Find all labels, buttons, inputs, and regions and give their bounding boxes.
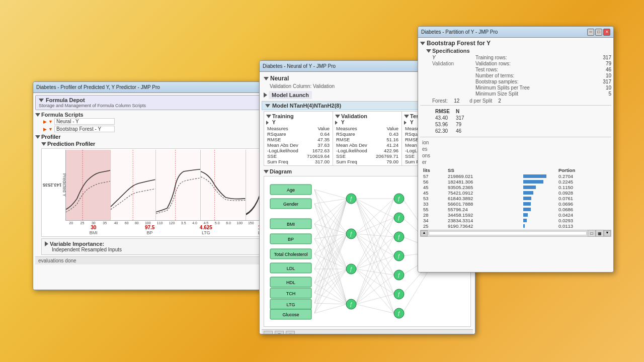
- bmi-ticks: 2025303540: [65, 220, 122, 225]
- bootstrap-toggle-icon[interactable]: [420, 42, 425, 45]
- min-splits-label: Minimum Splits per Tree: [475, 85, 530, 90]
- svg-text:ƒ: ƒ: [397, 311, 400, 316]
- svg-text:ƒ: ƒ: [397, 253, 400, 259]
- bar-8: [523, 213, 528, 217]
- ltg-value: 4.625: [178, 225, 234, 230]
- divider-2: [420, 137, 611, 137]
- bp-panel[interactable]: [111, 150, 155, 220]
- svg-text:HDL: HDL: [286, 280, 295, 285]
- neural-script-box[interactable]: Neural - Y: [54, 118, 115, 125]
- bootstrap-script-box[interactable]: Bootstrap Forest - Y: [54, 126, 115, 132]
- svg-text:Glucose: Glucose: [282, 312, 299, 317]
- training-toggle-icon[interactable]: [266, 115, 271, 118]
- neural-toggle-icon[interactable]: [264, 77, 269, 80]
- bp-ticks: 6080100110120: [122, 220, 178, 225]
- neural-toolbar: ▲ □ ▼: [262, 329, 473, 334]
- toolbar-icon-2[interactable]: ▦: [596, 230, 604, 237]
- min-splits-value: 10: [606, 85, 611, 90]
- spec-toggle-icon[interactable]: [426, 49, 431, 53]
- scroll-up-btn[interactable]: ▲: [421, 230, 428, 236]
- toolbar-icon-1[interactable]: □: [588, 230, 596, 237]
- table-row: MeasuresValue: [266, 126, 331, 131]
- ltg-ticks: 3.54.04.55.06.0: [178, 220, 234, 225]
- validation-toggle-icon[interactable]: [335, 115, 340, 118]
- chart-panels: [65, 150, 290, 220]
- spec-labels: Y Validation: [432, 55, 467, 97]
- profiler-toggle-icon[interactable]: [35, 135, 40, 139]
- svg-text:BP: BP: [288, 237, 294, 242]
- table-row: -LogLikelihood422.96: [335, 148, 399, 153]
- pred-profiler-toggle-icon[interactable]: [41, 142, 46, 146]
- toolbar-btn-1[interactable]: ▲: [264, 331, 273, 334]
- divider-1: [420, 105, 611, 106]
- vi-header: Variable Importance:: [45, 241, 288, 247]
- vi-toggle-icon[interactable]: [45, 241, 48, 246]
- svg-line-63: [356, 269, 394, 275]
- bootstrap-maximize[interactable]: □: [595, 29, 602, 36]
- formula-depot-toggle[interactable]: [39, 99, 44, 102]
- bp-value: 97.5: [122, 225, 178, 230]
- scroll-down-btn[interactable]: ▼: [604, 230, 611, 236]
- per-split-label: d per Split: [469, 98, 492, 104]
- svg-text:ƒ: ƒ: [397, 292, 400, 297]
- bmi-value: 30: [65, 225, 122, 230]
- svg-line-64: [356, 269, 394, 294]
- training-table: MeasuresValue RSquare0.64 RMSE47.35 Mean…: [266, 126, 331, 164]
- test-toggle-icon[interactable]: [404, 115, 409, 118]
- vi-subtitle: Independent Resampled Inputs: [45, 247, 288, 252]
- toolbar-btn-3[interactable]: ▼: [286, 331, 295, 334]
- diagram-toggle-icon[interactable]: [264, 170, 269, 173]
- table-row: 62.30 46: [426, 128, 467, 134]
- svg-line-36: [314, 293, 347, 304]
- ltg-chart-svg: [156, 150, 200, 220]
- svg-line-55: [356, 234, 394, 256]
- table-row: RSquare0.43: [335, 131, 399, 137]
- svg-text:ƒ: ƒ: [350, 196, 353, 202]
- min-size-label: Minimum Size Split: [475, 91, 518, 97]
- test-rows-value: 46: [606, 67, 611, 72]
- forest-label: Forest:: [432, 98, 448, 104]
- validation-col: Validation Y MeasuresValue RSquare0.43 R…: [333, 112, 402, 165]
- hidden2-nodes: ƒ ƒ ƒ ƒ ƒ ƒ ƒ: [394, 194, 404, 318]
- bootstrap-scrollbar[interactable]: ▲ □ ▦ ▼: [420, 230, 611, 237]
- val-y-icon: [335, 121, 340, 125]
- svg-line-71: [356, 294, 394, 304]
- formula-scripts-toggle[interactable]: [35, 113, 40, 117]
- model-launch-label[interactable]: Model Launch: [269, 91, 312, 99]
- table-row: 28 34458.1592 0.0424: [422, 212, 609, 218]
- svg-line-38: [314, 234, 347, 303]
- bootstrap-close[interactable]: ✕: [603, 29, 610, 36]
- test-y-icon: [404, 121, 409, 125]
- table-row: 25 9190.73642 0.0113: [422, 223, 609, 229]
- profiler-section: Profiler Prediction Profiler 143.2535 Pr…: [35, 134, 292, 255]
- svg-line-14: [314, 224, 347, 234]
- table-row: SSE710619.64: [266, 153, 331, 159]
- svg-line-18: [314, 234, 347, 239]
- spec-y-label: Y: [432, 55, 467, 60]
- svg-line-60: [356, 218, 394, 269]
- er-label: er: [422, 159, 609, 165]
- ldl-panel[interactable]: [201, 150, 246, 220]
- spec-content: Y Validation Training rows: 317 Validati…: [432, 55, 611, 97]
- model-launch-toggle-icon[interactable]: [264, 93, 267, 98]
- svg-line-51: [356, 199, 394, 313]
- ltg-panel[interactable]: [156, 150, 201, 220]
- svg-line-59: [356, 199, 394, 269]
- scroll-track[interactable]: [429, 231, 587, 235]
- specifications: Specifications Y Validation Training row…: [426, 48, 611, 104]
- toolbar-btn-2[interactable]: □: [275, 331, 284, 334]
- bmi-panel[interactable]: [66, 150, 111, 220]
- input-hidden1-connections: [314, 190, 347, 313]
- bootstrap-samples-label: Bootstrap samples:: [475, 79, 519, 84]
- prediction-profiler-header[interactable]: Prediction Profiler: [41, 141, 292, 147]
- bootstrap-down-arrow-icon: ▼: [48, 127, 53, 132]
- svg-line-19: [314, 239, 347, 269]
- svg-line-48: [356, 199, 394, 256]
- profiler-header[interactable]: Profiler: [35, 134, 292, 140]
- svg-line-40: [314, 303, 347, 304]
- spec-row-min-splits: Minimum Splits per Tree 10: [475, 85, 611, 90]
- model-toggle-icon[interactable]: [265, 104, 270, 108]
- bootstrap-minimize[interactable]: ─: [587, 29, 594, 36]
- profiler-titlebar: Diabetes - Profiler of Predicted Y, Y Pr…: [33, 82, 294, 93]
- table-row: Sum Freq317.00: [266, 159, 331, 164]
